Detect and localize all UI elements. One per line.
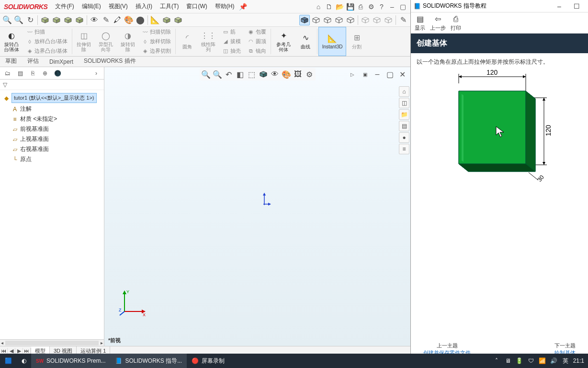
view-orientation-icon[interactable]: ⬚ bbox=[247, 69, 257, 80]
wifi-icon[interactable]: 📶 bbox=[539, 357, 546, 365]
hole-wizard-button[interactable]: ◯ 异型孔向导 bbox=[94, 27, 117, 56]
display-style-icon[interactable] bbox=[258, 69, 269, 80]
eye-icon[interactable]: 👁 bbox=[89, 15, 100, 25]
rib-button[interactable]: ▭筋 bbox=[221, 28, 242, 36]
expand-icon[interactable]: › bbox=[90, 68, 102, 79]
taskbar-tutorial[interactable]: 📘 SOLIDWORKS 指导... bbox=[110, 354, 187, 368]
home-tab-icon[interactable]: ⌂ bbox=[399, 86, 409, 97]
split-button[interactable]: ⊞ 分割 bbox=[346, 27, 367, 56]
zoom-icon[interactable]: 🔍 bbox=[2, 15, 12, 25]
tree-front-plane[interactable]: ▱ 前视基准面 bbox=[2, 124, 102, 134]
boundary-cut-button[interactable]: ◈边界切割 bbox=[140, 46, 172, 55]
filter-bar[interactable]: ▽ bbox=[0, 80, 104, 90]
tree-root[interactable]: ◆ tutor1 (默认<<默认>_显示状态 1>) bbox=[2, 92, 102, 104]
menu-help[interactable]: 帮助(H) bbox=[211, 0, 238, 12]
cube-icon[interactable] bbox=[40, 15, 50, 25]
cube-icon[interactable] bbox=[173, 15, 183, 25]
taskbar-screen-record[interactable]: 🔴 屏幕录制 bbox=[187, 354, 229, 368]
tab-evaluate[interactable]: 评估 bbox=[22, 55, 44, 67]
view-style-icon[interactable] bbox=[360, 15, 371, 25]
property-tab-icon[interactable]: ▤ bbox=[14, 68, 26, 79]
pencil-icon[interactable]: ✎ bbox=[398, 15, 408, 25]
curves-button[interactable]: ∿ 曲线 bbox=[295, 27, 316, 56]
fillet-button[interactable]: ◜ 圆角 bbox=[177, 27, 198, 56]
cube-icon[interactable] bbox=[51, 15, 62, 25]
battery-icon[interactable]: 🔋 bbox=[516, 357, 523, 365]
clock[interactable]: 21:1 bbox=[573, 357, 584, 365]
menu-tools[interactable]: 工具(T) bbox=[156, 0, 182, 12]
view-style-icon[interactable] bbox=[345, 15, 356, 25]
revolve-cut-button[interactable]: ◑ 旋转切除 bbox=[117, 27, 138, 56]
refresh-icon[interactable]: ↻ bbox=[25, 15, 35, 25]
tree-annotations[interactable]: A 注解 bbox=[2, 104, 102, 114]
maximize-icon[interactable]: ▢ bbox=[398, 2, 407, 12]
pin-icon[interactable]: 📌 bbox=[238, 2, 248, 12]
zoom-fit-icon[interactable]: 🔍 bbox=[201, 69, 211, 80]
properties-tab-icon[interactable]: ≡ bbox=[399, 144, 409, 154]
dimxpert-tab-icon[interactable]: ⊕ bbox=[39, 68, 51, 79]
cube-icon[interactable] bbox=[63, 15, 73, 25]
boundary-button[interactable]: ◈边界凸台/基体 bbox=[25, 46, 69, 55]
menu-edit[interactable]: 编辑(E) bbox=[78, 0, 105, 12]
reference-geometry-button[interactable]: ✦ 参考几何体 bbox=[272, 27, 295, 56]
panel-scrollbar[interactable]: ◂ ▸ bbox=[0, 339, 104, 346]
help-dropdown-icon[interactable]: ? bbox=[377, 2, 386, 12]
minimize-icon[interactable]: – bbox=[372, 69, 383, 80]
shell-button[interactable]: ◫抽壳 bbox=[221, 46, 242, 55]
appearance-tab-icon[interactable]: 🌑 bbox=[52, 68, 63, 79]
prev-view-icon[interactable]: ↶ bbox=[224, 69, 234, 80]
home-icon[interactable]: ⌂ bbox=[314, 2, 323, 12]
view-style-icon[interactable] bbox=[372, 15, 382, 25]
view-style-shaded-icon[interactable] bbox=[299, 15, 310, 25]
help-show-button[interactable]: ▤ 显示 bbox=[415, 14, 425, 32]
config-tab-icon[interactable]: ⎘ bbox=[27, 68, 38, 79]
save-icon[interactable]: 💾 bbox=[345, 2, 355, 12]
dome-button[interactable]: ◠圆顶 bbox=[246, 37, 268, 46]
tab-addins[interactable]: SOLIDWORKS 插件 bbox=[79, 55, 141, 67]
tab-dimxpert[interactable]: DimXpert bbox=[44, 57, 79, 67]
scene-icon[interactable]: 🖼 bbox=[293, 69, 303, 80]
highlight-icon[interactable]: 🖍 bbox=[112, 15, 123, 25]
monitor-icon[interactable]: 🖥 bbox=[504, 357, 512, 365]
maximize-icon[interactable]: ☐ bbox=[568, 2, 585, 10]
tree-top-plane[interactable]: ▱ 上视基准面 bbox=[2, 134, 102, 144]
appearance-icon[interactable]: ⬤ bbox=[135, 15, 146, 25]
pattern-button[interactable]: ⋮⋮ 线性阵列 bbox=[198, 27, 219, 56]
resources-tab-icon[interactable]: ◫ bbox=[399, 98, 409, 108]
minimize-icon[interactable]: – bbox=[387, 2, 397, 12]
tab-sketch[interactable]: 草图 bbox=[0, 55, 22, 67]
shield-icon[interactable]: 🛡 bbox=[527, 357, 535, 365]
restore-icon[interactable]: ▢ bbox=[384, 69, 395, 80]
options-icon[interactable]: ⚙ bbox=[366, 2, 376, 12]
revolve-boss-button[interactable]: ◐ 旋转凸台/基体 bbox=[0, 27, 23, 56]
tree-origin[interactable]: └ 原点 bbox=[2, 154, 102, 164]
feature-tree-tab-icon[interactable]: 🗂 bbox=[2, 68, 13, 79]
hide-show-icon[interactable]: 👁 bbox=[270, 69, 280, 80]
instant3d-button[interactable]: 📐 Instant3D bbox=[318, 27, 346, 56]
tree-right-plane[interactable]: ▱ 右视基准面 bbox=[2, 144, 102, 154]
graphics-viewport[interactable]: 🔍 🔍 ↶ ◧ ⬚ 👁 🎨 🖼 ⚙ ▷ ▣ – ▢ ✕ bbox=[104, 67, 410, 346]
play-icon[interactable]: ▷ bbox=[347, 69, 358, 80]
taskbar-app-icon[interactable]: 🟦 bbox=[0, 354, 17, 368]
view-settings-icon[interactable]: ⚙ bbox=[304, 69, 315, 80]
menu-file[interactable]: 文件(F) bbox=[51, 0, 78, 12]
menu-window[interactable]: 窗口(W) bbox=[182, 0, 211, 12]
view-style-icon[interactable] bbox=[322, 15, 333, 25]
new-icon[interactable]: 🗋 bbox=[324, 2, 334, 12]
menu-view[interactable]: 视图(V) bbox=[105, 0, 132, 12]
sweep-button[interactable]: 〰扫描 bbox=[25, 28, 69, 36]
view-style-icon[interactable] bbox=[383, 15, 394, 25]
tree-material[interactable]: ≡ 材质 <未指定> bbox=[2, 114, 102, 124]
color-icon[interactable]: 🎨 bbox=[124, 15, 134, 25]
loft-button[interactable]: ◊放样凸台/基体 bbox=[25, 37, 69, 46]
help-back-button[interactable]: ⇦ 上一步 bbox=[430, 14, 446, 32]
mirror-button[interactable]: ⧉镜向 bbox=[246, 46, 268, 55]
sweep-cut-button[interactable]: 〰扫描切除 bbox=[140, 28, 172, 36]
wrap-button[interactable]: ◉包覆 bbox=[246, 28, 268, 36]
appearances-tab-icon[interactable]: ● bbox=[399, 132, 409, 143]
pencil-icon[interactable]: ✎ bbox=[101, 15, 111, 25]
cube-icon[interactable] bbox=[161, 15, 172, 25]
zoom-area-icon[interactable]: 🔍 bbox=[13, 15, 24, 25]
view-style-icon[interactable] bbox=[334, 15, 344, 25]
minimize-icon[interactable]: – bbox=[551, 2, 568, 10]
